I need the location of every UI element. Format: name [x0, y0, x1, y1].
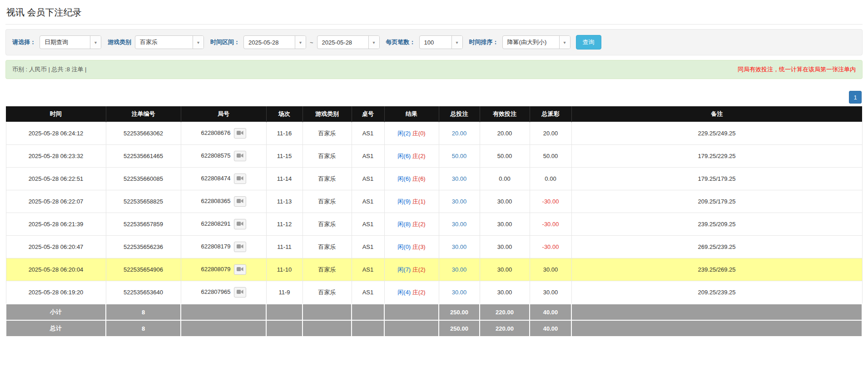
date-to-select[interactable]: 2025-05-28 ▾: [317, 35, 380, 49]
table-header-row: 时间注单编号局号场次游戏类别桌号结果总投注有效投注总派彩备注: [6, 106, 862, 122]
video-replay-button[interactable]: [234, 242, 246, 252]
video-replay-button[interactable]: [234, 151, 246, 161]
cell-round-id: 622808079: [181, 258, 266, 281]
cell-round-id: 622808365: [181, 190, 266, 213]
cell-round-id: 622807965: [181, 281, 266, 304]
cell-payout: 0.00: [530, 168, 571, 190]
result-player: 闲(7): [397, 266, 411, 273]
total-bet-link[interactable]: 30.00: [452, 198, 467, 205]
cell-total-bet: 30.00: [439, 213, 480, 236]
video-replay-button[interactable]: [234, 196, 246, 207]
page-title: 视讯 会员下注纪录: [5, 5, 863, 25]
time-range-label: 时间区间：: [210, 38, 240, 46]
cell-table-no: AS1: [352, 213, 384, 236]
search-button[interactable]: 查询: [576, 35, 601, 50]
total-bet-link[interactable]: 30.00: [452, 221, 467, 228]
cell-result: 闲(2) 庄(0): [384, 122, 439, 145]
cell-payout: -30.00: [530, 236, 571, 258]
video-replay-button[interactable]: [234, 219, 246, 229]
page-size-label: 每页笔数：: [386, 38, 416, 46]
date-from-value: 2025-05-28: [244, 36, 295, 49]
cell-session: 11-13: [266, 190, 303, 213]
footer-cell: 220.00: [480, 304, 530, 320]
round-id-text: 622808365: [201, 198, 230, 204]
date-from-select[interactable]: 2025-05-28 ▾: [243, 35, 306, 49]
cell-time: 2025-05-28 06:22:51: [6, 168, 106, 190]
betting-records-table: 时间注单编号局号场次游戏类别桌号结果总投注有效投注总派彩备注 2025-05-2…: [5, 106, 863, 337]
cell-remark: 179.25/179.25: [571, 168, 862, 190]
video-replay-button[interactable]: [234, 128, 246, 139]
result-banker: 庄(2): [412, 153, 426, 159]
cell-result: 闲(0) 庄(3): [384, 236, 439, 258]
cell-bet-id: 522535663062: [106, 122, 181, 145]
total-bet-link[interactable]: 20.00: [452, 130, 467, 137]
cell-time: 2025-05-28 06:24:12: [6, 122, 106, 145]
column-header: 桌号: [352, 106, 384, 122]
column-header: 游戏类别: [303, 106, 352, 122]
footer-cell: [181, 320, 266, 337]
cell-valid-bet: 30.00: [480, 258, 530, 281]
cell-payout: 50.00: [530, 145, 571, 168]
subtotal-row: 小计8250.00220.0040.00: [6, 304, 862, 320]
video-replay-button[interactable]: [234, 264, 246, 275]
total-bet-link[interactable]: 30.00: [452, 266, 467, 273]
page-size-select[interactable]: 100 ▾: [419, 35, 463, 49]
footer-cell: [303, 320, 352, 337]
cell-result: 闲(8) 庄(2): [384, 213, 439, 236]
cell-game-type: 百家乐: [303, 122, 352, 145]
total-bet-link[interactable]: 30.00: [452, 243, 467, 250]
video-camera-icon: [237, 198, 243, 205]
cell-valid-bet: 30.00: [480, 213, 530, 236]
cell-result: 闲(6) 庄(2): [384, 145, 439, 168]
result-player: 闲(2): [397, 130, 411, 137]
cell-bet-id: 522535658825: [106, 190, 181, 213]
chevron-down-icon: ▾: [295, 36, 306, 49]
video-camera-icon: [237, 243, 243, 250]
total-bet-link[interactable]: 50.00: [452, 153, 467, 159]
cell-session: 11-11: [266, 236, 303, 258]
cell-remark: 239.25/269.25: [571, 258, 862, 281]
cell-total-bet: 30.00: [439, 258, 480, 281]
footer-cell: [571, 304, 862, 320]
total-bet-link[interactable]: 30.00: [452, 289, 467, 296]
footer-cell: 40.00: [530, 304, 571, 320]
cell-result: 闲(4) 庄(2): [384, 281, 439, 304]
cell-remark: 179.25/229.25: [571, 145, 862, 168]
footer-cell: 40.00: [530, 320, 571, 337]
date-to-value: 2025-05-28: [317, 36, 368, 49]
cell-round-id: 622808291: [181, 213, 266, 236]
game-type-select[interactable]: 百家乐 ▾: [135, 35, 204, 49]
cell-session: 11-10: [266, 258, 303, 281]
cell-total-bet: 30.00: [439, 281, 480, 304]
column-header: 局号: [181, 106, 266, 122]
valid-bet-notice: 同局有效投注，统一计算在该局第一张注单内: [738, 65, 856, 74]
sort-order-select[interactable]: 降冪(由大到小) ▾: [502, 35, 570, 49]
total-bet-link[interactable]: 30.00: [452, 175, 467, 182]
result-banker: 庄(1): [412, 198, 426, 205]
cell-session: 11-12: [266, 213, 303, 236]
cell-session: 11-14: [266, 168, 303, 190]
table-row: 2025-05-28 06:20:04522535654906622808079…: [6, 258, 862, 281]
column-header: 总派彩: [530, 106, 571, 122]
cell-bet-id: 522535657859: [106, 213, 181, 236]
pagination: 1: [5, 91, 862, 104]
cell-total-bet: 50.00: [439, 145, 480, 168]
query-type-select[interactable]: 日期查询 ▾: [40, 35, 101, 49]
cell-total-bet: 30.00: [439, 236, 480, 258]
footer-cell: 250.00: [439, 304, 480, 320]
summary-bar: 币别 : 人民币 | 总共 :8 注单 | 同局有效投注，统一计算在该局第一张注…: [5, 60, 863, 79]
cell-session: 11-9: [266, 281, 303, 304]
pagination-page-1-button[interactable]: 1: [849, 91, 862, 104]
column-header: 总投注: [439, 106, 480, 122]
video-replay-button[interactable]: [234, 287, 246, 298]
cell-table-no: AS1: [352, 258, 384, 281]
video-camera-icon: [237, 175, 243, 182]
footer-cell: 小计: [6, 304, 106, 320]
round-id-text: 622808179: [201, 243, 230, 250]
video-camera-icon: [237, 266, 243, 273]
cell-remark: 239.25/209.25: [571, 213, 862, 236]
cell-payout: -30.00: [530, 190, 571, 213]
video-replay-button[interactable]: [234, 174, 246, 184]
cell-remark: 269.25/239.25: [571, 236, 862, 258]
table-row: 2025-05-28 06:23:32522535661465622808575…: [6, 145, 862, 168]
